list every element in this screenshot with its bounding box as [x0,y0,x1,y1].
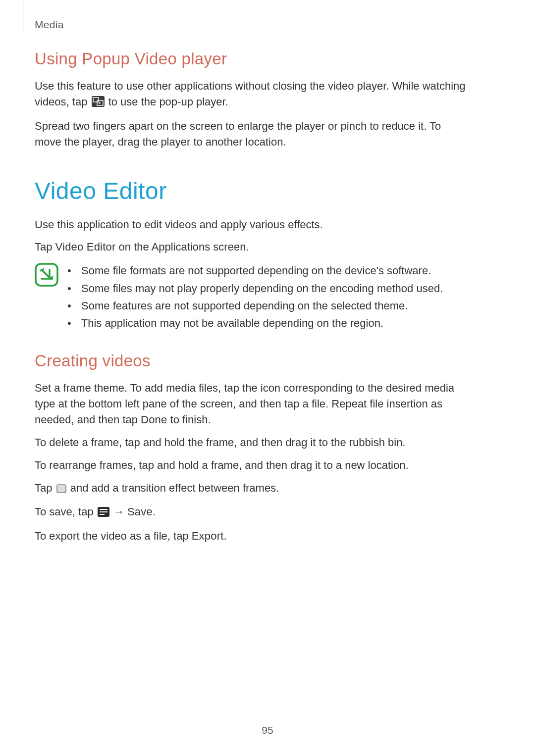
note-icon [35,263,58,289]
creating-paragraph-4: Tap and add a transition effect between … [35,480,466,498]
text: to finish. [167,413,211,426]
text: and add a transition effect between fram… [70,482,279,494]
note-item: Some features are not supported dependin… [67,297,466,314]
creating-paragraph-1: Set a frame theme. To add media files, t… [35,380,466,428]
note-list: Some file formats are not supported depe… [67,262,466,332]
save-label: Save [127,505,153,518]
heading-popup-video: Using Popup Video player [35,50,466,68]
creating-paragraph-6: To export the video as a file, tap Expor… [35,528,466,544]
page-number: 95 [0,724,535,736]
page-content: Using Popup Video player Use this featur… [35,50,466,551]
margin-rule [23,0,23,30]
popup-paragraph-2: Spread two fingers apart on the screen t… [35,118,466,150]
text: on the Applications screen. [115,241,249,253]
heading-video-editor: Video Editor [35,177,466,204]
app-name: Video Editor [55,241,116,253]
creating-paragraph-2: To delete a frame, tap and hold the fram… [35,435,466,451]
transition-frame-icon [56,482,66,498]
text: . [224,530,227,542]
section-label: Media [35,19,64,31]
note-item: Some file formats are not supported depe… [67,262,466,279]
text: To save, tap [35,505,97,518]
text: Set a frame theme. To add media files, t… [35,382,454,426]
svg-rect-5 [57,485,66,493]
svg-rect-9 [100,514,105,515]
editor-paragraph-2: Tap Video Editor on the Applications scr… [35,239,466,255]
note-item: This application may not be available de… [67,314,466,332]
popup-player-icon [92,96,105,111]
note-item: Some files may not play properly dependi… [67,280,466,297]
heading-creating-videos: Creating videos [35,352,466,370]
text: Tap [35,482,55,494]
menu-icon [98,505,109,521]
creating-paragraph-3: To rearrange frames, tap and hold a fram… [35,457,466,473]
editor-paragraph-1: Use this application to edit videos and … [35,217,466,233]
text: To export the video as a file, tap [35,530,192,542]
text: to use the pop-up player. [108,96,228,108]
creating-paragraph-5: To save, tap → Save. [35,504,466,521]
svg-rect-8 [100,511,107,512]
svg-rect-7 [100,509,107,510]
export-label: Export [192,530,224,542]
text: Tap [35,241,55,253]
done-label: Done [141,413,167,426]
note-block: Some file formats are not supported depe… [35,262,466,332]
arrow: → [113,505,127,518]
popup-paragraph-1: Use this feature to use other applicatio… [35,78,466,111]
text: . [153,505,156,518]
